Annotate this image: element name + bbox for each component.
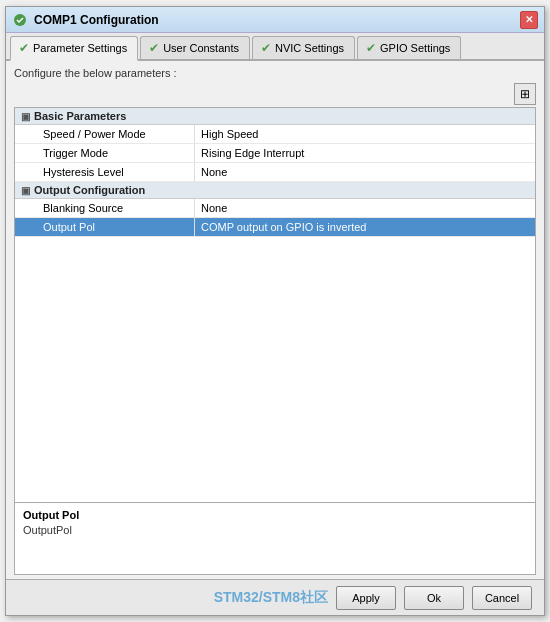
collapse-icon-2: ▣ [21,185,30,196]
tab-check-icon-4: ✔ [366,41,376,55]
param-value-trigger: Rising Edge Interrupt [195,144,535,162]
params-table: ▣ Basic Parameters Speed / Power Mode Hi… [14,107,536,503]
tab-check-icon-3: ✔ [261,41,271,55]
content-area: Configure the below parameters : ⊞ ▣ Bas… [6,61,544,579]
param-name-hysteresis: Hysteresis Level [15,163,195,181]
param-row-hysteresis[interactable]: Hysteresis Level None [15,163,535,182]
description-text: OutputPol [23,524,527,536]
section-output-label: Output Configuration [34,184,145,196]
configure-label: Configure the below parameters : [14,67,536,79]
param-name-trigger: Trigger Mode [15,144,195,162]
cancel-button[interactable]: Cancel [472,586,532,610]
bottom-bar: STM32/STM8社区 Apply Ok Cancel [6,579,544,615]
main-window: COMP1 Configuration ✕ ✔ Parameter Settin… [5,6,545,616]
tab-check-icon: ✔ [19,41,29,55]
tab-label-user: User Constants [163,42,239,54]
collapse-icon: ▣ [21,111,30,122]
tab-parameter-settings[interactable]: ✔ Parameter Settings [10,36,138,61]
param-value-speed: High Speed [195,125,535,143]
tabs-row: ✔ Parameter Settings ✔ User Constants ✔ … [6,33,544,61]
ok-button[interactable]: Ok [404,586,464,610]
close-button[interactable]: ✕ [520,11,538,29]
param-value-hysteresis: None [195,163,535,181]
section-output-config[interactable]: ▣ Output Configuration [15,182,535,199]
tab-check-icon-2: ✔ [149,41,159,55]
param-name-blanking: Blanking Source [15,199,195,217]
tab-label-nvic: NVIC Settings [275,42,344,54]
watermark: STM32/STM8社区 [214,589,328,607]
toolbar-row: ⊞ [14,83,536,105]
param-value-output-pol: COMP output on GPIO is inverted [195,218,535,236]
tab-user-constants[interactable]: ✔ User Constants [140,36,250,59]
title-bar: COMP1 Configuration ✕ [6,7,544,33]
tab-nvic-settings[interactable]: ✔ NVIC Settings [252,36,355,59]
window-title: COMP1 Configuration [34,13,520,27]
description-title: Output Pol [23,509,527,521]
toolbar-grid-button[interactable]: ⊞ [514,83,536,105]
param-row-speed[interactable]: Speed / Power Mode High Speed [15,125,535,144]
tab-gpio-settings[interactable]: ✔ GPIO Settings [357,36,461,59]
param-name-speed: Speed / Power Mode [15,125,195,143]
section-basic-label: Basic Parameters [34,110,126,122]
param-value-blanking: None [195,199,535,217]
param-row-output-pol[interactable]: Output Pol COMP output on GPIO is invert… [15,218,535,237]
tab-label-param: Parameter Settings [33,42,127,54]
description-area: Output Pol OutputPol [14,503,536,575]
param-row-blanking[interactable]: Blanking Source None [15,199,535,218]
section-basic-parameters[interactable]: ▣ Basic Parameters [15,108,535,125]
window-icon [12,12,28,28]
apply-button[interactable]: Apply [336,586,396,610]
tab-label-gpio: GPIO Settings [380,42,450,54]
param-name-output-pol: Output Pol [15,218,195,236]
param-row-trigger[interactable]: Trigger Mode Rising Edge Interrupt [15,144,535,163]
